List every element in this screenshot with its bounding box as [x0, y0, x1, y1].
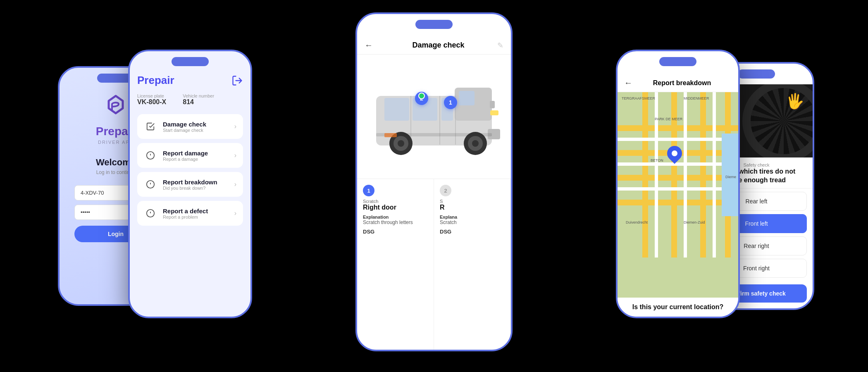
damage-name-1: Right door [363, 204, 428, 211]
map-label-5: Duivendrecht [626, 220, 648, 224]
menu-report-damage-text: Report damage Report a damage [163, 150, 229, 162]
damage-badge-2: 2 [440, 185, 451, 196]
phone-notch-2 [172, 57, 209, 66]
damage-card-1: 1 Scratch Right door Explanation Scratch… [357, 179, 434, 350]
damage-explanation-label-1: Explanation [363, 215, 428, 219]
damage-explanation-label-2: Explana [440, 215, 505, 219]
damage-check-icon [144, 120, 157, 133]
menu-item-defect[interactable]: Report a defect Report a problem › [137, 201, 243, 226]
map-area: TERGRAAFSMEER MIDDENMEER PARK DE MEER BE… [618, 92, 738, 298]
road-h1 [618, 125, 738, 131]
road-grey-h1 [618, 138, 738, 141]
damage-explanation-1: Scratch through letters [363, 219, 428, 225]
damage-check-topbar: ← Damage check ✎ [357, 35, 511, 55]
menu-brand: Prepair [137, 74, 174, 87]
vehicle-info: License plate VK-800-X Vehicle number 81… [137, 93, 243, 106]
damage-check-screen: ← Damage check ✎ [357, 14, 511, 350]
phone-notch-4 [659, 57, 696, 66]
phones-container: Prepair DRIVER APP Welcome Log in to con… [0, 0, 868, 372]
van-dot [418, 93, 425, 99]
chevron-right-icon-3: › [234, 181, 236, 188]
prepair-logo-icon [101, 93, 130, 122]
van-image-area: 2 1 [357, 55, 511, 179]
chevron-right-icon-4: › [234, 210, 236, 217]
svg-rect-23 [490, 101, 495, 108]
menu-sub-defect: Report a problem [163, 215, 229, 219]
phone-menu: Prepair License plate VK-800-X Vehicle n… [128, 50, 252, 318]
menu-item-damage-check[interactable]: Damage check Start damage check › [137, 114, 243, 139]
location-question: Is this your current location? [624, 303, 732, 311]
map-label-3: PARK DE MEER [655, 117, 682, 121]
map-screen: ← Report breakdown [618, 51, 738, 317]
road-grey-v2 [684, 92, 687, 258]
vehicle-number-group: Vehicle number 814 [183, 93, 214, 106]
menu-sub-report-damage: Report a damage [163, 157, 229, 162]
menu-screen: Prepair License plate VK-800-X Vehicle n… [130, 51, 250, 317]
damage-type-2: S [440, 199, 505, 204]
damage-explanation-2: Scratch [440, 219, 505, 225]
map-label-6: Diemen-Zuid [684, 220, 705, 224]
damage-badge-1: 1 [363, 185, 374, 196]
road-v1 [642, 92, 648, 258]
menu-title-defect: Report a defect [163, 207, 229, 215]
damage-type-1: Scratch [363, 199, 428, 204]
breakdown-icon [144, 178, 157, 191]
menu-damage-check-text: Damage check Start damage check [163, 121, 229, 133]
menu-item-breakdown[interactable]: Report breakdown Did you break down? › [137, 172, 243, 197]
finger-hint: 🖐️ [786, 93, 804, 110]
back-button-map[interactable]: ← [624, 78, 632, 88]
map-label-1: TERGRAAFSMEER [622, 96, 655, 100]
damage-card-2: 2 S R Explana Scratch DSG [434, 179, 511, 350]
road-grey-h2 [618, 162, 738, 166]
menu-breakdown-text: Report breakdown Did you break down? [163, 179, 229, 191]
phone-notch-5 [738, 69, 775, 79]
map-bottom: Is this your current location? [618, 298, 738, 317]
road-v3 [700, 92, 706, 258]
van-svg [360, 71, 508, 162]
map-label-4: BETON [651, 158, 663, 162]
map-label-7: Dieme [725, 175, 736, 179]
road-h4 [618, 200, 738, 205]
map-title: Report breakdown [632, 79, 732, 87]
menu-header: Prepair [137, 74, 243, 87]
pin-inner [672, 150, 677, 156]
report-damage-icon [144, 149, 157, 162]
svg-point-21 [472, 140, 479, 147]
phone-damage-check: ← Damage check ✎ [355, 12, 513, 351]
map-location-pin [667, 146, 682, 161]
chevron-right-icon-2: › [234, 152, 236, 159]
menu-item-report-damage[interactable]: Report damage Report a damage › [137, 143, 243, 168]
menu-sub-damage-check: Start damage check [163, 128, 229, 133]
damage-code-2: DSG [440, 229, 505, 235]
road-h3 [618, 175, 738, 181]
svg-rect-26 [384, 133, 397, 137]
damage-info-area: 1 Scratch Right door Explanation Scratch… [357, 179, 511, 350]
back-button[interactable]: ← [365, 41, 373, 50]
pin-circle [664, 143, 685, 164]
map-label-2: MIDDENMEER [684, 96, 709, 100]
license-plate-group: License plate VK-800-X [137, 93, 166, 106]
license-value: VK-800-X [137, 98, 166, 105]
svg-rect-9 [459, 91, 475, 105]
edit-icon[interactable]: ✎ [497, 41, 503, 50]
chevron-right-icon: › [234, 123, 236, 130]
menu-defect-text: Report a defect Report a problem [163, 207, 229, 219]
svg-rect-25 [490, 110, 498, 115]
exit-icon[interactable] [231, 75, 243, 86]
vehicle-label: Vehicle number [183, 93, 214, 98]
damage-code-1: DSG [363, 229, 428, 235]
menu-title-report-damage: Report damage [163, 150, 229, 157]
svg-rect-10 [384, 98, 409, 121]
damage-check-title: Damage check [379, 41, 497, 50]
phone-map: ← Report breakdown [616, 50, 740, 318]
road-grey-v3 [713, 92, 716, 258]
map-topbar: ← Report breakdown [618, 74, 738, 92]
damage-name-2: R [440, 204, 505, 211]
svg-point-18 [398, 140, 404, 147]
road-grey-h3 [618, 187, 738, 191]
damage-marker-1[interactable]: 1 [444, 96, 457, 109]
license-label: License plate [137, 93, 166, 98]
phone-notch-3 [415, 20, 453, 29]
menu-title-damage-check: Damage check [163, 121, 229, 128]
defect-icon [144, 207, 157, 220]
